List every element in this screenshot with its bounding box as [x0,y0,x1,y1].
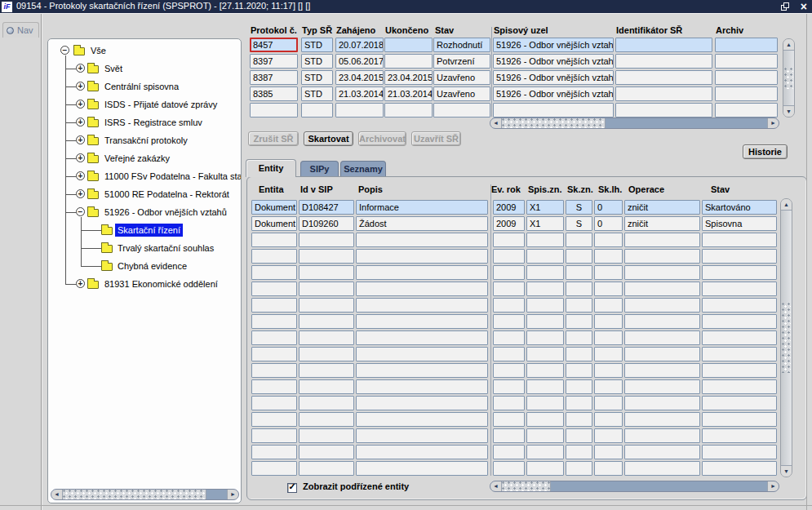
entity-cell[interactable] [251,314,297,329]
entity-cell[interactable] [493,330,525,345]
scroll-left-icon[interactable]: ◄ [490,481,502,491]
entity-cell[interactable] [526,249,564,264]
tree-item-label[interactable]: ISRS - Registrace smluv [102,116,205,129]
entity-cell[interactable] [251,428,297,443]
entity-cell[interactable] [624,363,700,378]
entity-cell[interactable] [299,249,354,264]
tree-expander-icon[interactable]: + [76,135,85,144]
protocol-cell[interactable]: 05.06.2017 [335,54,384,69]
nav-tab[interactable]: Nav [2,22,39,38]
entity-cell[interactable] [356,330,488,345]
entity-cell[interactable] [566,461,592,476]
entity-cell[interactable] [251,347,297,361]
entity-cell[interactable] [594,249,623,264]
protocol-cell[interactable]: 21.03.2014 [335,86,384,101]
entity-cell[interactable] [526,379,564,394]
entity-cell[interactable] [624,265,700,280]
entity-cell[interactable] [566,445,592,459]
entity-cell[interactable]: S [566,200,592,215]
entity-cell[interactable]: Žádost [356,216,488,231]
entity-cell[interactable] [356,461,488,476]
entity-cell[interactable] [624,282,700,296]
entity-cell[interactable] [356,379,488,394]
entity-cell[interactable] [594,282,623,296]
tree-expander-icon[interactable]: − [60,46,69,55]
tab-sipy[interactable]: SIPy [300,161,339,177]
entity-cell[interactable] [493,265,525,280]
scrollbar-thumb[interactable] [502,481,551,491]
protocol-cell[interactable]: 8457 [250,38,298,52]
protocol-cell[interactable] [615,70,712,85]
entity-cell[interactable] [299,363,354,378]
protocol-cell[interactable] [715,86,778,101]
entity-cell[interactable] [526,282,564,296]
entity-cell[interactable]: Dokument [251,216,297,231]
tree-horizontal-scrollbar[interactable]: ◄ ► [51,489,239,500]
protocol-cell[interactable] [335,103,384,118]
entity-cell[interactable] [356,363,488,378]
entity-cell[interactable] [566,233,592,247]
entity-cell[interactable]: 2009 [493,216,525,231]
tree-item-label[interactable]: 81931 Ekonomické oddělení [102,277,220,290]
entity-cell[interactable] [702,379,777,394]
scrollbar-track[interactable] [206,490,227,499]
entity-cell[interactable] [566,330,592,345]
entity-cell[interactable] [594,445,623,459]
entity-cell[interactable] [526,330,564,345]
tree-item-label[interactable]: 11000 FSv Podatelna - Fakulta stavel [102,170,241,183]
entity-cell[interactable] [299,412,354,427]
entity-cell[interactable] [594,396,623,410]
entity-table-vscrollbar[interactable]: ▲ ▼ [780,198,792,477]
entity-cell[interactable] [526,265,564,280]
close-window-icon[interactable]: × [801,0,807,13]
entity-cell[interactable] [493,363,525,378]
tree-item-label[interactable]: ISDS - Přijaté datové zprávy [102,98,220,111]
entity-cell[interactable] [493,412,525,427]
protocol-cell[interactable] [615,54,712,69]
entity-cell[interactable]: 0 [594,200,623,215]
entity-cell[interactable] [356,298,488,313]
protocol-cell[interactable] [493,103,614,118]
entity-cell[interactable] [702,347,777,361]
entity-cell[interactable] [493,396,525,410]
entity-cell[interactable] [493,314,525,329]
historie-button[interactable]: Historie [743,144,788,159]
entity-cell[interactable] [251,363,297,378]
entity-cell[interactable] [251,379,297,394]
entity-cell[interactable] [594,412,623,427]
entity-cell[interactable] [493,298,525,313]
protocol-cell[interactable]: STD [301,70,333,85]
tree-expander-icon[interactable]: + [76,153,85,162]
protocol-cell[interactable]: 8397 [250,54,298,69]
entity-cell[interactable] [526,445,564,459]
tree-item-label[interactable]: Chybná evidence [115,259,189,273]
entity-cell[interactable] [251,461,297,476]
protocol-cell[interactable]: Rozhodnutí [433,38,490,52]
entity-cell[interactable] [251,412,297,427]
entity-cell[interactable] [566,347,592,361]
entity-cell[interactable] [251,233,297,247]
protocol-cell[interactable]: 23.04.2015 [384,70,433,85]
protocol-table-hscrollbar[interactable]: ◄ ► [490,118,779,129]
entity-cell[interactable] [356,445,488,459]
scroll-left-icon[interactable]: ◄ [51,490,63,499]
entity-cell[interactable] [493,233,525,247]
entity-cell[interactable] [566,379,592,394]
entity-cell[interactable] [356,265,488,280]
entity-cell[interactable] [702,233,777,247]
entity-cell[interactable] [299,379,354,394]
protocol-cell[interactable] [715,70,778,85]
restore-window-icon[interactable] [781,2,789,11]
tree-item-label[interactable]: Vše [88,44,109,57]
protocol-cell[interactable]: 51926 - Odbor vnějších vztahů [493,86,614,101]
protocol-cell[interactable]: Uzavřeno [433,70,490,85]
entity-cell[interactable] [299,233,354,247]
entity-cell[interactable] [526,233,564,247]
entity-cell[interactable] [566,314,592,329]
entity-cell[interactable] [624,379,700,394]
scroll-up-icon[interactable]: ▲ [781,199,792,211]
scroll-right-icon[interactable]: ► [227,490,238,499]
entity-cell[interactable]: 2009 [493,200,525,215]
protocol-cell[interactable]: STD [301,38,333,52]
entity-cell[interactable] [624,330,700,345]
